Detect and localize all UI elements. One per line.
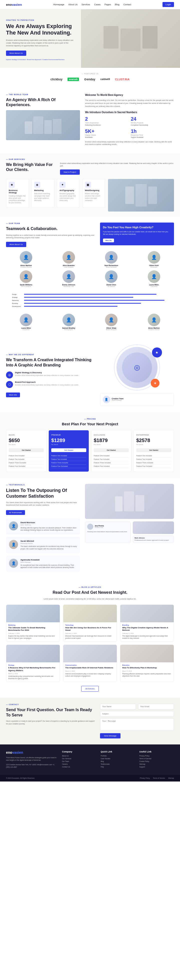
nav-contact[interactable]: Contact: [123, 3, 131, 6]
welcome-desc: The secret to succeeding is to start. Do…: [85, 99, 174, 108]
footer-link-terms[interactable]: Terms of Service: [139, 758, 174, 759]
nav-services[interactable]: Services: [82, 3, 90, 6]
blog-post-1[interactable]: Technology How We Are Using Our Business…: [63, 605, 117, 642]
blog-post-0[interactable]: Marketing The Ultimate Guide To Email Ma…: [6, 605, 60, 642]
team-member-9: 👤 Samuel Bradley Photographer: [49, 313, 89, 331]
team-cta-button[interactable]: More About Us: [6, 242, 26, 247]
hero-cta-button[interactable]: More About Us: [6, 51, 26, 56]
footer-link-sitemap[interactable]: Sitemap: [139, 763, 174, 765]
breadcrumb-home[interactable]: Explore Strategy & Innovation: [6, 59, 26, 60]
team-name-4: Sarah Williams: [6, 284, 46, 286]
nav-blog[interactable]: Blog: [115, 3, 120, 6]
skill-dev-bar: [24, 306, 117, 307]
contact-email-input[interactable]: [138, 704, 174, 710]
team-role-1: Lead Designer: [49, 266, 89, 268]
stat-months-num: 24: [131, 116, 174, 122]
footer-link-privacy[interactable]: Privacy Policy: [139, 755, 174, 757]
services-header: — OUR SERVICES We Bring High Value For O…: [6, 159, 174, 175]
stat-service-label: Response Time: [131, 134, 174, 136]
blog-all-button[interactable]: All Articles: [81, 686, 99, 692]
blog-date-3: March 1, 2024: [8, 673, 58, 675]
footer-link-cookie[interactable]: Cookie Policy: [139, 760, 174, 762]
plan-premium-price: $1289: [51, 438, 86, 443]
footer-link-blog[interactable]: Blog: [101, 760, 136, 762]
testimonial-2-avatar: 👤: [9, 540, 18, 549]
team-member-11: 👤 Alexe Martion Creative Director: [134, 313, 174, 331]
footer-bottom-terms[interactable]: Terms of Service: [153, 777, 165, 779]
blog-post-2[interactable]: Branding Why The Digital Creative Agency…: [120, 605, 174, 642]
blog-post-5[interactable]: Education How To Effectively Plan A Work…: [120, 644, 174, 682]
services-cta-button[interactable]: Start A Project: [60, 169, 80, 175]
contact-submit-button[interactable]: Send Message: [100, 733, 120, 738]
skill-strategy-label: Strategy: [12, 297, 22, 298]
blog-all-wrap: All Articles: [6, 686, 174, 692]
contact-subject-input[interactable]: [100, 711, 174, 717]
contact-message-input[interactable]: [100, 718, 174, 731]
feature-brand-name: Brand-First Approach: [15, 381, 79, 383]
hire-us-button[interactable]: Hire Us: [103, 239, 114, 242]
plan-premium-btn[interactable]: Get Started: [51, 448, 86, 452]
nav-pages[interactable]: Pages: [104, 3, 111, 6]
feature-digital-desc: Envision what extraordinary exploration …: [15, 374, 79, 377]
footer-link-portfolio[interactable]: Portfolio: [101, 755, 136, 757]
blog-post-4[interactable]: Communication The Irreplaceable Role Of …: [63, 644, 117, 682]
feature-digital-icon: ◎: [6, 371, 13, 379]
footer-link-careers[interactable]: Careers: [62, 763, 97, 765]
hero-desc: Envision what extraordinary exploration …: [6, 39, 76, 47]
testimonial-3: 👤 Agnieszka Kowalski Brand Manager An ex…: [6, 556, 80, 572]
skill-marketing: Marketing: [12, 300, 168, 301]
skills-section: Design Strategy Marketing Branding Devel…: [6, 291, 174, 311]
stat-years-label: Years Experience: [85, 122, 128, 124]
testimonial-1-role: CEO, TechCorp: [21, 524, 77, 526]
plan-exclusive-f1: Feature Two Included: [94, 458, 129, 461]
plan-exclusive-f2: Feature Three Included: [94, 461, 129, 465]
plan-basic: BASIC $650 Per Month Get Started Feature…: [6, 430, 46, 472]
footer-link-about[interactable]: About Us: [62, 755, 97, 757]
footer-link-contact[interactable]: Contact Us: [62, 766, 97, 768]
footer-bottom: © 2024 Enovasien. All Rights Reserved. P…: [0, 775, 180, 781]
feature-digital: ◎ Digital Strategy & Discovery Envision …: [6, 371, 95, 379]
agency-subtitle: Envision what extraordinary exploration …: [85, 141, 174, 146]
form-row-2: [100, 711, 174, 717]
footer-bottom-privacy[interactable]: Privacy Policy: [140, 777, 150, 779]
plan-basic-price: $650: [9, 438, 44, 443]
transform-more-button[interactable]: More Info: [6, 393, 20, 397]
footer-col-company-title: Company: [62, 751, 97, 753]
team-name-3: Oliver Kent: [134, 264, 174, 266]
footer-link-team[interactable]: Our Team: [62, 760, 97, 762]
footer-link-support[interactable]: Support: [139, 766, 174, 768]
breadcrumb-page[interactable]: Brand First Approach: [27, 59, 41, 60]
blog-post-3[interactable]: Strategy 6 Reasons Why A Full Marketing …: [6, 644, 60, 682]
blog-title: Read Our Post And Get Newest Insight.: [6, 590, 174, 595]
nav-links: Homepage About Us Services Cases Pages B…: [53, 3, 131, 6]
hero-background: [81, 9, 180, 68]
testimonial-2-content: Sarah Mitchell Marketing Director The te…: [21, 540, 77, 550]
footer-link-services[interactable]: Our Services: [62, 758, 97, 759]
plan-exclusive-price: $1879: [94, 438, 129, 443]
skill-design: Design: [12, 294, 168, 295]
testimonials-btn[interactable]: All Testimonials: [6, 510, 25, 515]
skill-strategy: Strategy: [12, 297, 168, 298]
footer-link-testimonials[interactable]: Testimonials: [101, 763, 136, 765]
login-button[interactable]: Login: [163, 2, 174, 7]
nav-homepage[interactable]: Homepage: [53, 3, 64, 6]
footer-bottom-sitemap[interactable]: Sitemap: [168, 777, 174, 779]
contact-name-input[interactable]: [100, 704, 136, 710]
welcome-title: Welcome To World Best Agency: [85, 94, 174, 96]
plan-premium-f2: Feature Three Included: [51, 461, 86, 465]
nav-cases[interactable]: Cases: [94, 3, 101, 6]
team-name-7: Laura Miles: [134, 284, 174, 286]
nav-about[interactable]: About Us: [68, 3, 77, 6]
contact-form: Send Message: [100, 704, 174, 738]
team-role-0: Creative Director: [6, 266, 46, 268]
pricing-section: — PRICING Best Plan For Your Next Projec…: [0, 412, 180, 478]
footer-link-cases[interactable]: Case Studies: [101, 758, 136, 759]
contact-inner: — CONTACT Send Your First Question. Our …: [6, 704, 174, 738]
plan-basic-btn[interactable]: Get Started: [9, 448, 44, 452]
footer-link-faq[interactable]: FAQ: [101, 766, 136, 768]
plan-enterprise-btn[interactable]: Get Started: [136, 448, 171, 452]
do-you-desc: If you have the passion and skills to jo…: [103, 231, 171, 235]
blog-title-0: The Ultimate Guide To Email Marketing Be…: [8, 627, 58, 632]
plan-exclusive-btn[interactable]: Get Started: [94, 448, 129, 452]
service-marketing-desc: Data-driven marketing campaigns that rea…: [34, 192, 52, 202]
